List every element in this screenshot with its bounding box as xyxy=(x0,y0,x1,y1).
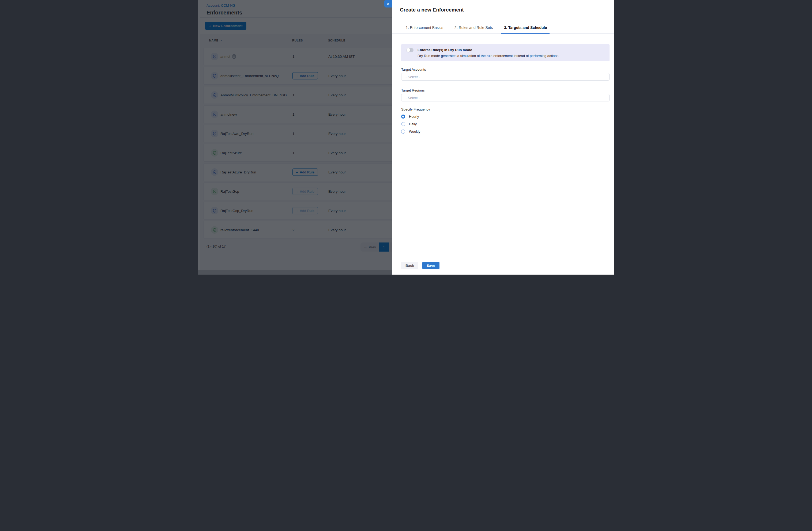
target-regions-select[interactable]: - Select - xyxy=(401,94,610,101)
radio-label: Hourly xyxy=(409,115,419,119)
radio-icon xyxy=(401,122,405,126)
frequency-option-daily[interactable]: Daily xyxy=(401,121,610,126)
screen: Account: CCM-NG Enforcements + New Enfor… xyxy=(198,0,614,275)
frequency-option-weekly[interactable]: Weekly xyxy=(401,129,610,134)
dry-run-banner: Enforce Rule(s) in Dry Run mode Dry Run … xyxy=(401,44,610,61)
close-icon: ✕ xyxy=(387,2,390,6)
close-button[interactable]: ✕ xyxy=(384,0,392,8)
radio-label: Weekly xyxy=(409,130,420,134)
specify-frequency-label: Specify Frequency xyxy=(401,107,610,111)
toggle-knob xyxy=(407,48,410,52)
back-button[interactable]: Back xyxy=(401,262,418,269)
modal-body: Enforce Rule(s) in Dry Run mode Dry Run … xyxy=(392,44,614,134)
dry-run-description: Dry Run mode generates a simulation of t… xyxy=(418,54,559,58)
target-regions-placeholder: - Select - xyxy=(405,96,420,100)
wizard-tabs: 1. Enforcement Basics 2. Rules and Rule … xyxy=(392,26,614,34)
tab-enforcement-basics[interactable]: 1. Enforcement Basics xyxy=(403,26,446,34)
dry-run-toggle[interactable] xyxy=(407,48,414,52)
tab-rules-and-rule-sets[interactable]: 2. Rules and Rule Sets xyxy=(452,26,495,34)
tab-targets-and-schedule[interactable]: 3. Targets and Schedule xyxy=(501,26,550,34)
create-enforcement-modal: ✕ Create a new Enforcement 1. Enforcemen… xyxy=(392,0,614,275)
target-regions-label: Target Regions xyxy=(401,88,610,92)
modal-footer: Back Save xyxy=(401,262,439,269)
target-accounts-label: Target Accounts xyxy=(401,68,610,72)
radio-icon xyxy=(401,130,405,134)
target-accounts-select[interactable]: - Select - xyxy=(401,73,610,80)
dry-run-label: Enforce Rule(s) in Dry Run mode xyxy=(418,48,559,52)
radio-icon xyxy=(401,115,405,119)
dry-run-text: Enforce Rule(s) in Dry Run mode Dry Run … xyxy=(418,48,559,58)
frequency-option-hourly[interactable]: Hourly xyxy=(401,114,610,119)
target-accounts-placeholder: - Select - xyxy=(405,75,420,79)
modal-title: Create a new Enforcement xyxy=(392,0,614,13)
radio-label: Daily xyxy=(409,122,417,126)
save-button[interactable]: Save xyxy=(422,262,439,269)
